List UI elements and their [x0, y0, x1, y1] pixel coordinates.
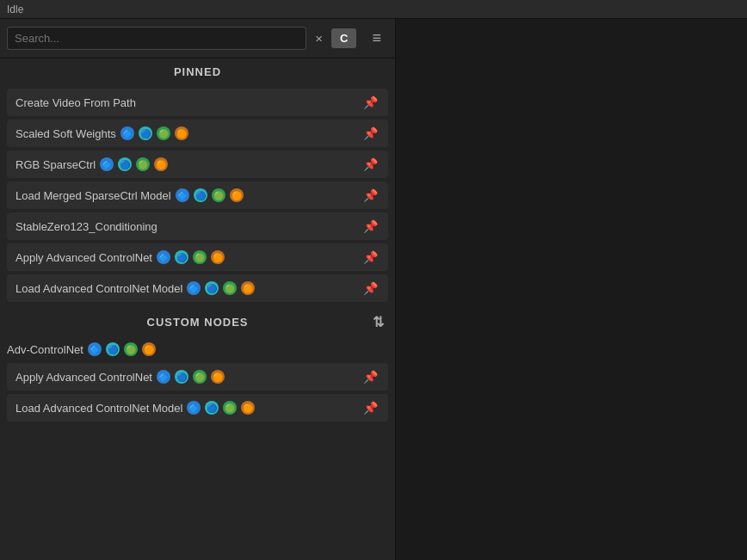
custom-nodes-icon: ⇅ [373, 314, 385, 330]
badge-green: 🟢 [136, 157, 150, 171]
badge-teal: 🔵 [194, 188, 207, 202]
badge-orange: 🟠 [230, 188, 244, 202]
node-item[interactable]: Load Advanced ControlNet Model 🔷🔵🟢🟠 📌 [7, 274, 388, 302]
category-badge-orange: 🟠 [142, 342, 156, 356]
node-item[interactable]: RGB SparseCtrl 🔷🔵🟢🟠 📌 [7, 151, 388, 178]
badge-blue: 🔷 [157, 250, 170, 264]
pinned-section-header: PINNED [0, 58, 395, 85]
badge-teal: 🔵 [175, 370, 188, 384]
badge-teal: 🔵 [175, 250, 188, 264]
node-item-label: Load Advanced ControlNet Model 🔷🔵🟢🟠 [15, 401, 361, 415]
badge-orange: 🟠 [241, 401, 255, 415]
node-item-text: Create Video From Path [15, 96, 136, 109]
badge-teal: 🔵 [205, 281, 219, 295]
node-item[interactable]: Apply Advanced ControlNet 🔷🔵🟢🟠 📌 [7, 243, 388, 271]
badge-orange: 🟠 [154, 157, 168, 171]
c-button[interactable]: C [331, 28, 356, 48]
custom-nodes-list: Apply Advanced ControlNet 🔷🔵🟢🟠 📌 Load Ad… [0, 360, 395, 428]
node-item-text: Apply Advanced ControlNet [15, 251, 152, 264]
titlebar-label: Idle [7, 3, 23, 15]
node-item-label: Apply Advanced ControlNet 🔷🔵🟢🟠 [15, 370, 361, 384]
node-item-text: Apply Advanced ControlNet [15, 371, 152, 384]
badge-blue: 🔷 [120, 126, 134, 140]
search-bar: × C ≡ [0, 19, 395, 58]
badge-orange: 🟠 [211, 250, 225, 264]
pin-button[interactable]: 📌 [361, 95, 380, 109]
category-badge-blue: 🔷 [88, 342, 102, 356]
category-badge-teal: 🔵 [106, 342, 120, 356]
node-item-text: Load Merged SparseCtrl Model [15, 189, 171, 202]
pin-button[interactable]: 📌 [361, 370, 380, 384]
badge-teal: 🔵 [139, 126, 152, 140]
hamburger-button[interactable]: ≡ [365, 26, 388, 51]
sidebar-content: PINNED Create Video From Path 📌 Scaled S… [0, 58, 395, 560]
category-badge-green: 🟢 [124, 342, 138, 356]
badge-orange: 🟠 [175, 126, 188, 140]
category-label: Adv-ControlNet [7, 343, 83, 356]
badge-orange: 🟠 [211, 370, 225, 384]
badge-green: 🟢 [223, 401, 237, 415]
badge-green: 🟢 [212, 188, 225, 202]
node-item[interactable]: Scaled Soft Weights 🔷🔵🟢🟠 📌 [7, 120, 388, 147]
node-item-text: StableZero123_Conditioning [15, 220, 157, 233]
node-item-label: StableZero123_Conditioning [15, 220, 361, 233]
pin-button[interactable]: 📌 [361, 401, 380, 415]
node-item[interactable]: StableZero123_Conditioning 📌 [7, 212, 388, 240]
node-item-label: Load Merged SparseCtrl Model 🔷🔵🟢🟠 [15, 188, 361, 202]
node-item[interactable]: Apply Advanced ControlNet 🔷🔵🟢🟠 📌 [7, 363, 388, 391]
badge-green: 🟢 [157, 126, 170, 140]
main-layout: × C ≡ PINNED Create Video From Path 📌 Sc… [0, 19, 747, 560]
badge-blue: 🔷 [176, 188, 189, 202]
node-item-text: RGB SparseCtrl [15, 158, 96, 171]
titlebar: Idle [0, 0, 747, 19]
badge-green: 🟢 [223, 281, 237, 295]
pin-button[interactable]: 📌 [361, 219, 380, 233]
custom-nodes-section-header: CUSTOM NODES ⇅ [0, 309, 395, 335]
pin-button[interactable]: 📌 [361, 250, 380, 264]
badge-teal: 🔵 [118, 157, 132, 171]
search-clear-button[interactable]: × [312, 29, 326, 47]
search-input[interactable] [7, 27, 306, 50]
pin-button[interactable]: 📌 [361, 157, 380, 171]
pinned-list: Create Video From Path 📌 Scaled Soft Wei… [0, 85, 395, 309]
node-item-text: Scaled Soft Weights [15, 127, 116, 140]
pin-button[interactable]: 📌 [361, 126, 380, 140]
node-item-label: Apply Advanced ControlNet 🔷🔵🟢🟠 [15, 250, 361, 264]
badge-green: 🟢 [193, 370, 207, 384]
badge-blue: 🔷 [157, 370, 170, 384]
badge-orange: 🟠 [241, 281, 255, 295]
badge-teal: 🔵 [205, 401, 219, 415]
node-item-label: Scaled Soft Weights 🔷🔵🟢🟠 [15, 126, 361, 140]
node-item[interactable]: Load Advanced ControlNet Model 🔷🔵🟢🟠 📌 [7, 394, 388, 422]
right-panel [396, 19, 747, 560]
sidebar: × C ≡ PINNED Create Video From Path 📌 Sc… [0, 19, 396, 560]
badge-blue: 🔷 [187, 401, 201, 415]
node-item-text: Load Advanced ControlNet Model [15, 282, 182, 295]
node-item-text: Load Advanced ControlNet Model [15, 402, 182, 415]
pin-button[interactable]: 📌 [361, 281, 380, 295]
node-item-label: Load Advanced ControlNet Model 🔷🔵🟢🟠 [15, 281, 361, 295]
badge-blue: 🔷 [100, 157, 114, 171]
category-row-adv-controlnet: Adv-ControlNet 🔷 🔵 🟢 🟠 [0, 335, 395, 360]
node-item-label: Create Video From Path [15, 96, 361, 109]
badge-green: 🟢 [193, 250, 207, 264]
badge-blue: 🔷 [187, 281, 201, 295]
node-item-label: RGB SparseCtrl 🔷🔵🟢🟠 [15, 157, 361, 171]
pin-button[interactable]: 📌 [361, 188, 380, 202]
node-item[interactable]: Create Video From Path 📌 [7, 89, 388, 116]
node-item[interactable]: Load Merged SparseCtrl Model 🔷🔵🟢🟠 📌 [7, 182, 388, 209]
